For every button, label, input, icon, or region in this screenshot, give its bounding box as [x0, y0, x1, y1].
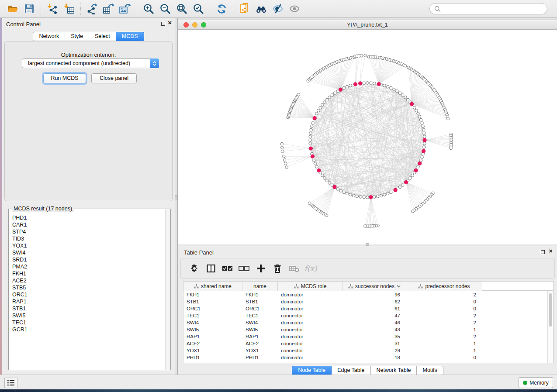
close-panel-button[interactable]: Close panel	[91, 73, 137, 83]
select-all-rows-icon[interactable]	[221, 262, 234, 275]
mcds-result-item[interactable]: SRD1	[12, 256, 28, 263]
memory-label: Memory	[529, 380, 548, 386]
control-panel: Control Panel × NetworkStyleSelectMCDS O…	[2, 18, 175, 375]
column-type-icon	[348, 284, 353, 289]
close-panel-icon[interactable]: ×	[168, 19, 172, 26]
tab-edge-table[interactable]: Edge Table	[332, 366, 370, 375]
table-options-gear-icon[interactable]	[188, 262, 201, 275]
share-document-icon[interactable]	[237, 2, 252, 15]
criterion-dropdown[interactable]: largest connected component (undirected)	[22, 58, 159, 68]
toolbar-separator	[210, 3, 210, 15]
mcds-result-item[interactable]: TEC1	[12, 319, 28, 326]
mcds-result-item[interactable]: RAP1	[12, 298, 28, 305]
column-header-successor-nodes[interactable]: successor nodes	[343, 282, 406, 291]
mcds-result-list: PHD1CAR1STP4TID3YOX1SWI4SRD1PMA2FKH1ACE2…	[12, 214, 28, 333]
table-row[interactable]: TEC1 TEC1 connector 47 2	[183, 312, 553, 319]
float-table-panel-icon[interactable]	[541, 250, 545, 254]
tab-select[interactable]: Select	[89, 32, 116, 41]
network-graph[interactable]	[178, 30, 557, 244]
table-toolbar: f(x)	[180, 258, 555, 279]
control-panel-tabs: NetworkStyleSelectMCDS	[2, 32, 175, 41]
table-scrollbar[interactable]	[547, 291, 553, 363]
tab-mcds[interactable]: MCDS	[116, 32, 144, 41]
table-row[interactable]: SWI4 SWI4 dominator 46 2	[183, 319, 553, 326]
search-input[interactable]	[443, 6, 543, 12]
zoom-fit-icon[interactable]	[174, 2, 189, 15]
mcds-result-item[interactable]: SWI4	[12, 249, 28, 256]
export-network-icon[interactable]	[85, 2, 100, 15]
show-graphics-details-icon[interactable]	[287, 2, 302, 15]
column-header-MCDS-role[interactable]: MCDS role	[278, 282, 343, 291]
table-row[interactable]: STB1 STB1 dominator 62 0	[183, 298, 553, 305]
table-scrollbar-thumb[interactable]	[549, 293, 552, 327]
close-table-panel-icon[interactable]: ×	[549, 248, 553, 254]
refresh-icon[interactable]	[214, 2, 229, 15]
criterion-value: largest connected component (undirected)	[28, 60, 130, 66]
float-window-icon[interactable]	[161, 22, 165, 26]
import-network-icon[interactable]	[45, 2, 60, 15]
run-mcds-button[interactable]: Run MCDS	[43, 73, 86, 83]
table-row[interactable]: SWI5 SWI5 connector 43 1	[183, 326, 553, 333]
node-table: shared namenameMCDS rolesuccessor nodesp…	[183, 281, 554, 363]
save-session-icon[interactable]	[22, 2, 37, 15]
mcds-result-item[interactable]: PHD1	[12, 214, 28, 221]
search-network-icon[interactable]	[254, 2, 269, 15]
table-row[interactable]: RAP1 RAP1 dominator 35 2	[183, 333, 553, 340]
tab-node-table[interactable]: Node Table	[292, 366, 332, 375]
mcds-result-item[interactable]: YOX1	[12, 242, 28, 249]
list-icon	[7, 379, 15, 386]
table-row[interactable]: PHD1 PHD1 dominator 18 0	[183, 354, 553, 361]
mcds-result-item[interactable]: STB5	[12, 284, 28, 291]
node-table-header: shared namenameMCDS rolesuccessor nodesp…	[183, 282, 553, 291]
toolbar-separator	[80, 3, 81, 15]
network-view-window: YPA_prune.txt_1	[178, 20, 557, 244]
mcds-result-title: MCDS result (17 nodes)	[12, 206, 74, 212]
deselect-all-rows-icon[interactable]	[238, 262, 251, 275]
mcds-result-item[interactable]: PMA2	[12, 263, 28, 270]
mcds-result-item[interactable]: GCR1	[12, 326, 28, 333]
column-type-icon	[294, 284, 299, 289]
mcds-result-item[interactable]: FKH1	[12, 270, 28, 277]
table-row[interactable]: YOX1 YOX1 connector 29 1	[183, 347, 553, 354]
zoom-selected-icon[interactable]	[191, 2, 206, 15]
dropdown-stepper-icon	[150, 58, 159, 68]
mcds-result-item[interactable]: STB1	[12, 305, 28, 312]
mcds-result-scrollbar[interactable]	[165, 209, 170, 370]
memory-button[interactable]: Memory	[519, 377, 553, 388]
export-table-icon[interactable]	[101, 2, 116, 15]
table-panel-title: Table Panel	[184, 249, 214, 256]
table-panel-titlebar: Table Panel ×	[178, 246, 557, 258]
panel-menu-button[interactable]	[4, 378, 17, 388]
mcds-result-item[interactable]: SWI5	[12, 312, 28, 319]
delete-rows-icon[interactable]	[271, 262, 284, 275]
tab-network-table[interactable]: Network Table	[371, 366, 417, 375]
search-box[interactable]	[429, 3, 547, 14]
column-header-predecessor-nodes[interactable]: predecessor nodes	[406, 282, 482, 291]
network-canvas[interactable]	[178, 30, 557, 244]
table-row[interactable]: ACE2 ACE2 connector 31 1	[183, 340, 553, 347]
tab-network[interactable]: Network	[33, 32, 65, 41]
zoom-in-icon[interactable]	[141, 2, 156, 15]
table-row[interactable]: ORC1 ORC1 dominator 61 0	[183, 305, 553, 312]
status-bar: Memory	[0, 375, 557, 389]
mcds-result-item[interactable]: STP4	[12, 228, 28, 235]
import-table-icon[interactable]	[62, 2, 76, 15]
table-row[interactable]: FKH1 FKH1 dominator 96 2	[183, 291, 553, 298]
network-window-titlebar[interactable]: YPA_prune.txt_1	[178, 20, 557, 30]
column-header-shared-name[interactable]: shared name	[183, 282, 242, 291]
hide-graphics-details-icon[interactable]	[270, 2, 285, 15]
table-panel-tabs: Node TableEdge TableNetwork TableMotifs	[178, 366, 557, 375]
mcds-result-item[interactable]: TID3	[12, 235, 28, 242]
mcds-result-item[interactable]: ACE2	[12, 277, 28, 284]
column-header-name[interactable]: name	[242, 282, 278, 291]
network-window-title: YPA_prune.txt_1	[178, 22, 557, 28]
export-image-icon[interactable]	[118, 2, 133, 15]
zoom-out-icon[interactable]	[158, 2, 173, 15]
open-file-icon[interactable]	[5, 2, 20, 15]
tab-motifs[interactable]: Motifs	[417, 366, 443, 375]
add-row-icon[interactable]	[254, 262, 267, 275]
mcds-result-item[interactable]: CAR1	[12, 221, 28, 228]
tab-style[interactable]: Style	[65, 32, 89, 41]
show-columns-icon[interactable]	[204, 262, 218, 275]
mcds-result-item[interactable]: ORC1	[12, 291, 28, 298]
